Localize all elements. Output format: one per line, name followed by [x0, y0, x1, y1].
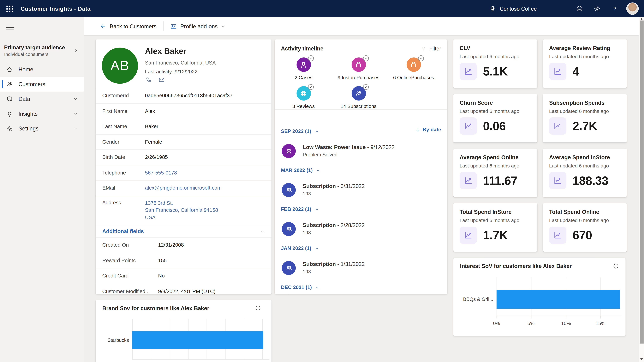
topbar-actions: Contoso Coffee ? — [489, 0, 644, 17]
line-chart-icon-tile — [549, 63, 566, 80]
line-chart-icon-tile — [549, 227, 566, 244]
sidebar-item-label: Settings — [18, 125, 38, 131]
field-label: Customer Modified... — [102, 289, 158, 294]
field-label: Credit Card — [102, 273, 158, 279]
activity-type-3-reviews[interactable]: 3 Reviews — [276, 86, 331, 109]
info-icon[interactable] — [255, 305, 261, 311]
metric-value: 670 — [572, 227, 592, 244]
environment-picker[interactable]: Contoso Coffee — [489, 5, 537, 12]
customer-insights-app: Customer Insights - Data Contoso Coffee … — [0, 0, 644, 362]
brand-sov-card: Brand Sov for customers like Alex Baker … — [96, 300, 272, 362]
metric-updated: Last updated 6 months ago — [460, 54, 519, 59]
timeline-group-header[interactable]: DEC 2021 (1) — [275, 283, 447, 292]
timeline-group: DEC 2021 (1) — [275, 283, 447, 292]
sidebar-item-home[interactable]: Home — [0, 62, 84, 77]
metric-title: Average Spend InStore — [549, 154, 610, 160]
activity-type-circle — [296, 86, 311, 100]
help-button[interactable]: ? — [606, 0, 624, 17]
metric-updated: Last updated 6 months ago — [549, 163, 609, 169]
metric-value: 0.06 — [483, 117, 506, 135]
timeline-group-label: JAN 2022 (1) — [281, 245, 311, 251]
sidebar-item-customers[interactable]: Customers — [0, 77, 84, 91]
info-icon[interactable] — [613, 263, 619, 269]
timeline-entry[interactable]: Subscription - 3/31/2022193 — [275, 178, 447, 202]
sidebar-item-insights[interactable]: Insights — [0, 106, 84, 121]
metric-card-average-review-rating: Average Review RatingLast updated 6 mont… — [543, 39, 627, 88]
timeline-group-header[interactable]: MAR 2022 (1) — [275, 166, 447, 175]
user-avatar[interactable] — [626, 2, 638, 15]
line-chart-icon — [463, 230, 473, 240]
field-value[interactable]: 567-555-0178 — [145, 170, 177, 176]
metric-card-total-spend-instore: Total Spend InStoreLast updated 6 months… — [454, 203, 537, 252]
settings-icon — [6, 125, 13, 132]
metric-card-subscription-spends: Subscription SpendsLast updated 6 months… — [543, 94, 627, 142]
mail-icon[interactable] — [158, 76, 165, 83]
axis-tick — [600, 316, 601, 319]
audience-picker[interactable]: Primary target audience Individual consu… — [0, 44, 84, 57]
activity-type-label: 2 Cases — [276, 75, 331, 80]
chart-axis-line — [132, 359, 270, 360]
additional-fields-toggle[interactable]: Additional fields — [96, 225, 272, 237]
activity-type-circle — [406, 57, 421, 72]
metric-title: Average Review Rating — [549, 45, 610, 51]
scrollbar-up-arrow[interactable] — [640, 18, 642, 20]
settings-button[interactable] — [588, 0, 606, 17]
sidebar-item-data[interactable]: Data — [0, 91, 84, 106]
metric-updated: Last updated 6 months ago — [460, 163, 519, 169]
timeline-group: JAN 2022 (1)Subscription - 1/31/2022193 — [275, 244, 447, 280]
activity-type-2-cases[interactable]: 2 Cases — [276, 57, 331, 80]
field-label: Gender — [102, 139, 145, 145]
metric-updated: Last updated 6 months ago — [549, 54, 609, 59]
line-chart-icon — [463, 176, 473, 185]
field-value[interactable]: 1375 3rd St, San Francisco, California 9… — [145, 200, 218, 221]
metric-updated: Last updated 6 months ago — [460, 218, 519, 223]
people-icon — [354, 89, 363, 97]
metric-updated: Last updated 6 months ago — [460, 108, 519, 114]
sidebar-item-settings[interactable]: Settings — [0, 121, 84, 136]
chart-bar — [132, 331, 263, 349]
metric-title: CLV — [460, 45, 470, 51]
activity-type-9-instorepurchases[interactable]: 9 InstorePurchases — [331, 57, 386, 80]
back-to-customers-button[interactable]: Back to Customers — [100, 23, 156, 29]
phone-icon[interactable] — [145, 76, 152, 83]
case-icon — [285, 147, 292, 155]
case-icon — [300, 60, 308, 69]
page-toolbar: Back to Customers Profile add-ons — [84, 17, 644, 36]
activity-type-6-onlinepurchases[interactable]: 6 OnlinePurchases — [386, 57, 441, 80]
line-chart-icon-tile — [460, 172, 477, 189]
field-label: Created On — [102, 242, 158, 248]
field-row: GenderFemale — [96, 134, 272, 149]
activity-type-label: 9 InstorePurchases — [331, 75, 386, 80]
line-chart-icon — [553, 176, 562, 185]
vertical-scrollbar[interactable] — [639, 17, 644, 362]
scrollbar-down-arrow[interactable] — [640, 358, 642, 361]
data-icon — [6, 95, 13, 102]
activity-type-14-subscriptions[interactable]: 14 Subscriptions — [331, 86, 386, 109]
check-badge-icon — [363, 55, 368, 61]
field-value[interactable]: alex@pmgdemo.onmicrosoft.com — [145, 185, 222, 191]
timeline-entry[interactable]: Subscription - 2/28/2022193 — [275, 217, 447, 241]
timeline-entry[interactable]: Low Waste: Power Issue - 9/12/2022Proble… — [275, 139, 447, 163]
axis-tick — [496, 316, 497, 319]
nav-toggle-button[interactable] — [6, 22, 14, 29]
profile-addons-button[interactable]: Profile add-ons — [170, 23, 226, 30]
line-chart-icon-tile — [549, 117, 566, 135]
insights-icon — [6, 110, 13, 117]
field-value: 155 — [158, 258, 167, 263]
timeline-group-header[interactable]: JAN 2022 (1) — [275, 244, 447, 253]
line-chart-icon — [553, 121, 562, 131]
metric-title: Total Spend InStore — [460, 209, 512, 215]
scrollbar-thumb[interactable] — [640, 20, 644, 344]
check-badge-icon — [363, 84, 368, 90]
timeline-entry-title: Subscription - 2/28/2022 — [303, 222, 365, 228]
app-launcher-button[interactable] — [0, 0, 19, 17]
sort-by-date-button[interactable]: By date — [415, 127, 441, 132]
feedback-button[interactable] — [570, 0, 588, 17]
brand-category-label: Starbucks — [99, 338, 129, 343]
people-icon — [282, 222, 296, 236]
timeline-entry[interactable]: Subscription - 1/31/2022193 — [275, 256, 447, 280]
timeline-group-header[interactable]: FEB 2022 (1) — [275, 205, 447, 214]
axis-tick-label: 5% — [528, 321, 534, 326]
field-row: Telephone567-555-0178 — [96, 165, 272, 180]
sidebar-item-label: Data — [18, 96, 30, 102]
